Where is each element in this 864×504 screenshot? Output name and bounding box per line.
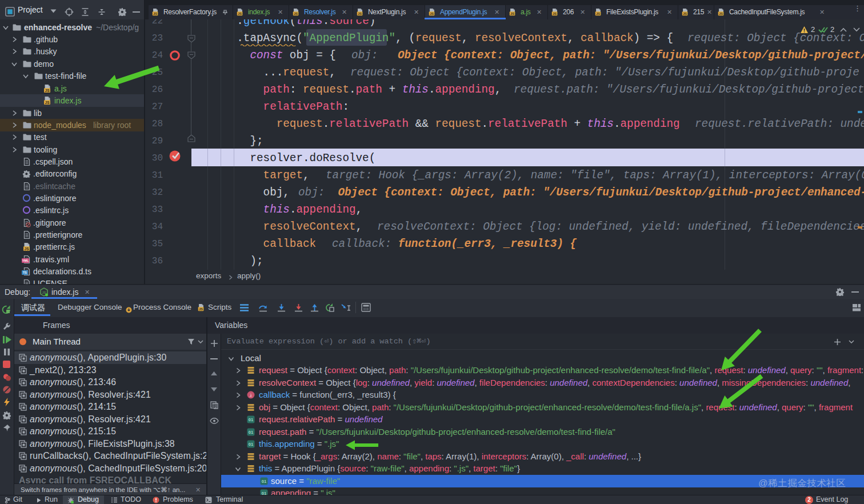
svg-text:JS: JS (358, 12, 362, 15)
svg-text:JS: JS (25, 247, 30, 251)
svg-text:JS: JS (153, 12, 157, 15)
svg-text:01: 01 (262, 479, 266, 484)
svg-text:JS: JS (430, 12, 434, 15)
svg-text:01: 01 (249, 442, 253, 447)
svg-text:01: 01 (249, 430, 253, 435)
svg-text:JS: JS (199, 307, 203, 311)
svg-text:JS: JS (683, 12, 687, 15)
svg-text:JS: JS (238, 12, 242, 15)
svg-text:TS: TS (23, 271, 27, 274)
svg-text:λ: λ (249, 393, 252, 398)
svg-text:JS: JS (45, 101, 50, 105)
svg-text:JS: JS (42, 291, 46, 294)
svg-text:JS: JS (719, 12, 723, 15)
svg-text:JS: JS (553, 12, 557, 15)
svg-text:JS: JS (294, 12, 298, 15)
svg-text:JS: JS (510, 12, 514, 15)
svg-text:JS: JS (596, 12, 600, 15)
svg-text:YML: YML (22, 259, 29, 262)
svg-text:JS: JS (45, 89, 50, 93)
svg-text:01: 01 (249, 417, 253, 422)
